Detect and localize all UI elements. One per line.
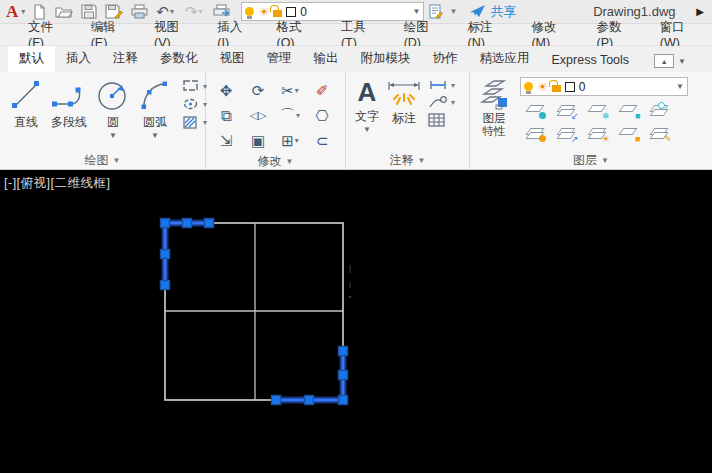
rectangle-tool-button[interactable]: ▾ (182, 79, 207, 93)
square-cross-lines[interactable] (165, 223, 343, 400)
table-button[interactable] (428, 113, 455, 127)
circle-dropdown-icon[interactable]: ▼ (109, 132, 117, 140)
polyline-tool-button[interactable]: 多段线 (46, 76, 92, 151)
new-file-icon (32, 4, 47, 20)
tab-home[interactable]: 默认 (8, 46, 55, 72)
tab-manage[interactable]: 管理 (256, 46, 303, 72)
stretch-tool-button[interactable]: ⇲ (220, 132, 233, 150)
panel-annotate: A 文字 ▼ 标注 (346, 72, 470, 169)
layer-isolate-icon: ↙ (571, 112, 579, 121)
app-menu-chevron-icon[interactable]: ▾ (21, 7, 25, 16)
tab-parametric[interactable]: 参数化 (149, 46, 209, 72)
annotate-panel-title[interactable]: 注释 ▼ (346, 151, 469, 169)
fillet-icon: ⌒ (280, 106, 295, 125)
tab-annotate[interactable]: 注释 (102, 46, 149, 72)
drawing-canvas[interactable]: [-][俯视][二维线框] (0, 170, 712, 473)
panel-draw: 直线 多段线 圆 ▼ 圆弧 ▼ (0, 72, 206, 169)
selected-polyline-bottom-right[interactable] (276, 351, 343, 400)
layers-panel-title[interactable]: 图层 ▼ (470, 151, 712, 169)
trim-dropdown-icon[interactable]: ▾ (295, 86, 299, 95)
tab-collaborate[interactable]: 协作 (422, 46, 469, 72)
linear-dim-dropdown-icon[interactable]: ▾ (451, 81, 455, 90)
layer-lock-icon: ■ (635, 112, 640, 121)
offset-tool-button[interactable]: ⊂ (316, 132, 329, 150)
arc-icon (137, 77, 173, 113)
layer-unlock-button[interactable]: ■ (619, 126, 639, 141)
layer-isolate-button[interactable]: ↙ (557, 103, 577, 118)
trim-icon: ✂ (281, 82, 294, 100)
modify-panel-expand-icon: ▼ (286, 157, 294, 166)
layer-off-button[interactable] (526, 103, 546, 118)
layer-lock-button[interactable]: ■ (619, 103, 639, 118)
leader-button[interactable]: ▾ (428, 95, 455, 109)
layer-unlock-icon (552, 85, 561, 92)
tab-insert[interactable]: 插入 (55, 46, 102, 72)
arc-dropdown-icon[interactable]: ▼ (151, 132, 159, 140)
ribbon-layer-combo[interactable]: ☀ 0 ▼ (520, 77, 688, 96)
leader-dropdown-icon[interactable]: ▾ (451, 98, 455, 107)
polyline-label: 多段线 (51, 114, 87, 131)
hatch-tool-button[interactable]: ▾ (182, 115, 207, 130)
layer-freeze-button[interactable]: ❄ (588, 103, 608, 118)
autocad-window: A ▾ ↶▾ ↷▾ ☀ 0 ▼ (0, 0, 712, 473)
explode-tool-button[interactable]: ⎔ (315, 107, 328, 125)
tab-view[interactable]: 视图 (209, 46, 256, 72)
layer-on-icon (524, 82, 533, 91)
modify-panel-title[interactable]: 修改 ▼ (206, 153, 345, 170)
combo-dropdown-icon[interactable]: ▼ (413, 7, 421, 16)
copy-tool-button[interactable]: ⧉ (221, 107, 232, 125)
dimension-tool-button[interactable]: 标注 (382, 76, 426, 151)
ellipse-tool-button[interactable]: ▾ (182, 97, 207, 111)
tab-output[interactable]: 输出 (303, 46, 350, 72)
layer-thaw-all-button[interactable]: ☀ (588, 126, 608, 141)
array-dropdown-icon[interactable]: ▾ (295, 136, 299, 145)
layer-unisolate-button[interactable]: ↗ (557, 126, 577, 141)
line-tool-button[interactable]: 直线 (6, 76, 46, 151)
arc-tool-button[interactable]: 圆弧 ▼ (134, 76, 176, 151)
move-tool-button[interactable]: ✥ (220, 82, 233, 100)
array-tool-button[interactable]: ⊞▾ (281, 132, 299, 150)
selected-polyline-top-left[interactable] (165, 223, 209, 285)
trim-tool-button[interactable]: ✂▾ (281, 82, 299, 100)
layer-color-swatch (565, 82, 575, 92)
title-expand-arrow[interactable]: ▶ (692, 6, 708, 17)
explode-icon: ⎔ (315, 107, 328, 125)
printer-icon (131, 4, 148, 19)
redo-dropdown-icon[interactable]: ▾ (198, 7, 202, 16)
text-dropdown-icon[interactable]: ▼ (363, 126, 371, 134)
layer-match-button[interactable]: ✎ (650, 126, 670, 141)
circle-tool-button[interactable]: 圆 ▼ (92, 76, 134, 151)
layers-panel-label: 图层 (573, 152, 597, 169)
linear-dimension-button[interactable]: ▾ (428, 79, 455, 91)
tab-featured-apps[interactable]: 精选应用 (469, 46, 541, 72)
draw-panel-title[interactable]: 绘图 ▼ (0, 151, 205, 169)
panel-layers: 图层 特性 ☀ 0 ▼ ↙ ❄ (470, 72, 712, 169)
combo-dropdown-icon[interactable]: ▼ (676, 82, 684, 91)
erase-tool-button[interactable]: ✐ (316, 82, 329, 100)
tab-addins[interactable]: 附加模块 (350, 46, 422, 72)
undo-dropdown-icon[interactable]: ▾ (170, 7, 174, 16)
mirror-tool-button[interactable]: ◁▷ (250, 109, 267, 122)
layer-properties-button[interactable]: 图层 特性 (476, 76, 516, 151)
ribbon-minimize-icon: ▲ (654, 54, 674, 68)
qat-customize-icon[interactable]: ▼ (449, 7, 457, 16)
share-button[interactable]: 共享 (470, 3, 516, 21)
dimension-icon (385, 77, 423, 109)
scale-tool-button[interactable]: ▣ (251, 132, 265, 150)
layer-properties-icon (478, 78, 510, 112)
hatch-icon (182, 115, 200, 130)
rotate-tool-button[interactable]: ⟳ (252, 82, 265, 100)
ribbon-minimize-dropdown-icon[interactable]: ▼ (678, 57, 686, 66)
tab-express-tools[interactable]: Express Tools (541, 49, 641, 72)
rotate-icon: ⟳ (252, 82, 265, 100)
fillet-dropdown-icon[interactable]: ▾ (296, 111, 300, 120)
text-tool-button[interactable]: A 文字 ▼ (352, 76, 382, 151)
all-on-icon (539, 135, 546, 142)
open-folder-icon (55, 5, 73, 19)
document-title: Drawing1.dwg (533, 4, 675, 19)
layer-combo-value: 0 (300, 5, 307, 19)
ribbon-minimize-button[interactable]: ▲ ▼ (654, 54, 686, 68)
layer-on-all-button[interactable] (526, 126, 546, 141)
layer-make-current-button[interactable] (650, 103, 670, 118)
fillet-tool-button[interactable]: ⌒▾ (280, 106, 300, 125)
